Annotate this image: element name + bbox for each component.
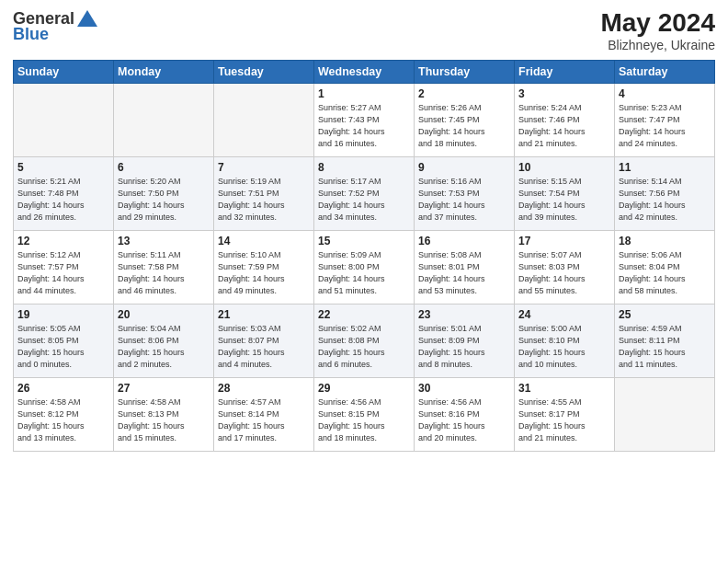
- day-number: 11: [619, 161, 711, 174]
- page: General Blue May 2024 Blizhneye, Ukraine…: [0, 0, 728, 563]
- day-info: Sunrise: 5:09 AMSunset: 8:00 PMDaylight:…: [318, 249, 410, 297]
- day-number: 14: [218, 235, 310, 247]
- calendar-week-row: 12Sunrise: 5:12 AMSunset: 7:57 PMDayligh…: [14, 230, 715, 304]
- day-info: Sunrise: 5:19 AMSunset: 7:51 PMDaylight:…: [218, 176, 310, 224]
- day-info: Sunrise: 4:56 AMSunset: 8:15 PMDaylight:…: [318, 396, 410, 444]
- day-number: 29: [318, 382, 410, 395]
- calendar-weekday-monday: Monday: [114, 60, 214, 83]
- day-number: 20: [118, 308, 210, 321]
- day-info: Sunrise: 4:58 AMSunset: 8:12 PMDaylight:…: [17, 396, 109, 444]
- day-info: Sunrise: 5:16 AMSunset: 7:53 PMDaylight:…: [418, 176, 510, 224]
- day-number: 1: [318, 87, 410, 100]
- calendar-week-row: 1Sunrise: 5:27 AMSunset: 7:43 PMDaylight…: [14, 83, 715, 156]
- day-info: Sunrise: 4:56 AMSunset: 8:16 PMDaylight:…: [418, 396, 510, 444]
- calendar-day-7: 7Sunrise: 5:19 AMSunset: 7:51 PMDaylight…: [214, 156, 314, 230]
- calendar-day-5: 5Sunrise: 5:21 AMSunset: 7:48 PMDaylight…: [14, 156, 114, 230]
- day-number: 21: [218, 308, 310, 321]
- calendar-day-27: 27Sunrise: 4:58 AMSunset: 8:13 PMDayligh…: [114, 377, 214, 451]
- calendar-week-row: 26Sunrise: 4:58 AMSunset: 8:12 PMDayligh…: [14, 377, 715, 451]
- header: General Blue May 2024 Blizhneye, Ukraine: [13, 9, 715, 52]
- day-number: 22: [318, 308, 410, 321]
- day-info: Sunrise: 5:11 AMSunset: 7:58 PMDaylight:…: [118, 249, 210, 297]
- calendar-empty-cell: [615, 377, 715, 451]
- day-number: 4: [619, 87, 711, 100]
- day-number: 25: [619, 308, 711, 321]
- day-number: 23: [418, 308, 510, 321]
- day-number: 2: [418, 87, 510, 100]
- logo-blue-text: Blue: [13, 25, 49, 44]
- calendar-day-17: 17Sunrise: 5:07 AMSunset: 8:03 PMDayligh…: [515, 230, 615, 304]
- calendar-day-29: 29Sunrise: 4:56 AMSunset: 8:15 PMDayligh…: [314, 377, 415, 451]
- calendar-day-18: 18Sunrise: 5:06 AMSunset: 8:04 PMDayligh…: [615, 230, 715, 304]
- day-number: 6: [118, 161, 210, 174]
- calendar-day-2: 2Sunrise: 5:26 AMSunset: 7:45 PMDaylight…: [415, 83, 515, 156]
- day-number: 13: [118, 235, 210, 247]
- day-number: 5: [17, 161, 109, 174]
- calendar-day-31: 31Sunrise: 4:55 AMSunset: 8:17 PMDayligh…: [515, 377, 615, 451]
- calendar-day-16: 16Sunrise: 5:08 AMSunset: 8:01 PMDayligh…: [415, 230, 515, 304]
- calendar-header-row: SundayMondayTuesdayWednesdayThursdayFrid…: [14, 60, 715, 83]
- day-info: Sunrise: 5:04 AMSunset: 8:06 PMDaylight:…: [118, 323, 210, 371]
- day-number: 15: [318, 235, 410, 247]
- calendar-day-9: 9Sunrise: 5:16 AMSunset: 7:53 PMDaylight…: [415, 156, 515, 230]
- day-info: Sunrise: 5:17 AMSunset: 7:52 PMDaylight:…: [318, 176, 410, 224]
- calendar-weekday-thursday: Thursday: [415, 60, 515, 83]
- calendar-day-10: 10Sunrise: 5:15 AMSunset: 7:54 PMDayligh…: [515, 156, 615, 230]
- calendar-day-15: 15Sunrise: 5:09 AMSunset: 8:00 PMDayligh…: [314, 230, 415, 304]
- calendar-day-12: 12Sunrise: 5:12 AMSunset: 7:57 PMDayligh…: [14, 230, 114, 304]
- calendar-location: Blizhneye, Ukraine: [600, 38, 715, 52]
- day-info: Sunrise: 5:03 AMSunset: 8:07 PMDaylight:…: [218, 323, 310, 371]
- logo: General Blue: [13, 9, 97, 44]
- day-info: Sunrise: 5:06 AMSunset: 8:04 PMDaylight:…: [619, 249, 711, 297]
- day-number: 3: [518, 87, 610, 100]
- calendar-day-25: 25Sunrise: 4:59 AMSunset: 8:11 PMDayligh…: [615, 304, 715, 377]
- day-info: Sunrise: 5:26 AMSunset: 7:45 PMDaylight:…: [418, 102, 510, 150]
- calendar-day-4: 4Sunrise: 5:23 AMSunset: 7:47 PMDaylight…: [615, 83, 715, 156]
- calendar-empty-cell: [214, 83, 314, 156]
- day-number: 7: [218, 161, 310, 174]
- calendar-day-19: 19Sunrise: 5:05 AMSunset: 8:05 PMDayligh…: [14, 304, 114, 377]
- calendar-day-21: 21Sunrise: 5:03 AMSunset: 8:07 PMDayligh…: [214, 304, 314, 377]
- day-info: Sunrise: 5:07 AMSunset: 8:03 PMDaylight:…: [518, 249, 610, 297]
- calendar-day-26: 26Sunrise: 4:58 AMSunset: 8:12 PMDayligh…: [14, 377, 114, 451]
- day-info: Sunrise: 5:12 AMSunset: 7:57 PMDaylight:…: [17, 249, 109, 297]
- day-info: Sunrise: 4:57 AMSunset: 8:14 PMDaylight:…: [218, 396, 310, 444]
- calendar-week-row: 19Sunrise: 5:05 AMSunset: 8:05 PMDayligh…: [14, 304, 715, 377]
- day-number: 16: [418, 235, 510, 247]
- day-info: Sunrise: 5:27 AMSunset: 7:43 PMDaylight:…: [318, 102, 410, 150]
- day-number: 28: [218, 382, 310, 395]
- day-info: Sunrise: 4:55 AMSunset: 8:17 PMDaylight:…: [518, 396, 610, 444]
- calendar-day-6: 6Sunrise: 5:20 AMSunset: 7:50 PMDaylight…: [114, 156, 214, 230]
- day-info: Sunrise: 4:58 AMSunset: 8:13 PMDaylight:…: [118, 396, 210, 444]
- calendar-day-20: 20Sunrise: 5:04 AMSunset: 8:06 PMDayligh…: [114, 304, 214, 377]
- day-info: Sunrise: 5:02 AMSunset: 8:08 PMDaylight:…: [318, 323, 410, 371]
- day-info: Sunrise: 5:00 AMSunset: 8:10 PMDaylight:…: [518, 323, 610, 371]
- day-info: Sunrise: 5:23 AMSunset: 7:47 PMDaylight:…: [619, 102, 711, 150]
- day-info: Sunrise: 5:21 AMSunset: 7:48 PMDaylight:…: [17, 176, 109, 224]
- day-number: 10: [518, 161, 610, 174]
- calendar-day-28: 28Sunrise: 4:57 AMSunset: 8:14 PMDayligh…: [214, 377, 314, 451]
- calendar-day-3: 3Sunrise: 5:24 AMSunset: 7:46 PMDaylight…: [515, 83, 615, 156]
- day-info: Sunrise: 5:08 AMSunset: 8:01 PMDaylight:…: [418, 249, 510, 297]
- calendar-weekday-friday: Friday: [515, 60, 615, 83]
- day-info: Sunrise: 5:05 AMSunset: 8:05 PMDaylight:…: [17, 323, 109, 371]
- calendar-day-23: 23Sunrise: 5:01 AMSunset: 8:09 PMDayligh…: [415, 304, 515, 377]
- calendar-weekday-saturday: Saturday: [615, 60, 715, 83]
- calendar-day-24: 24Sunrise: 5:00 AMSunset: 8:10 PMDayligh…: [515, 304, 615, 377]
- day-number: 24: [518, 308, 610, 321]
- calendar-day-1: 1Sunrise: 5:27 AMSunset: 7:43 PMDaylight…: [314, 83, 415, 156]
- day-number: 30: [418, 382, 510, 395]
- calendar-day-11: 11Sunrise: 5:14 AMSunset: 7:56 PMDayligh…: [615, 156, 715, 230]
- svg-marker-0: [77, 10, 97, 27]
- calendar-day-8: 8Sunrise: 5:17 AMSunset: 7:52 PMDaylight…: [314, 156, 415, 230]
- title-block: May 2024 Blizhneye, Ukraine: [600, 9, 715, 52]
- calendar-day-30: 30Sunrise: 4:56 AMSunset: 8:16 PMDayligh…: [415, 377, 515, 451]
- day-number: 8: [318, 161, 410, 174]
- day-number: 19: [17, 308, 109, 321]
- day-number: 27: [118, 382, 210, 395]
- calendar-empty-cell: [114, 83, 214, 156]
- day-number: 9: [418, 161, 510, 174]
- day-number: 26: [17, 382, 109, 395]
- calendar-empty-cell: [14, 83, 114, 156]
- day-info: Sunrise: 5:01 AMSunset: 8:09 PMDaylight:…: [418, 323, 510, 371]
